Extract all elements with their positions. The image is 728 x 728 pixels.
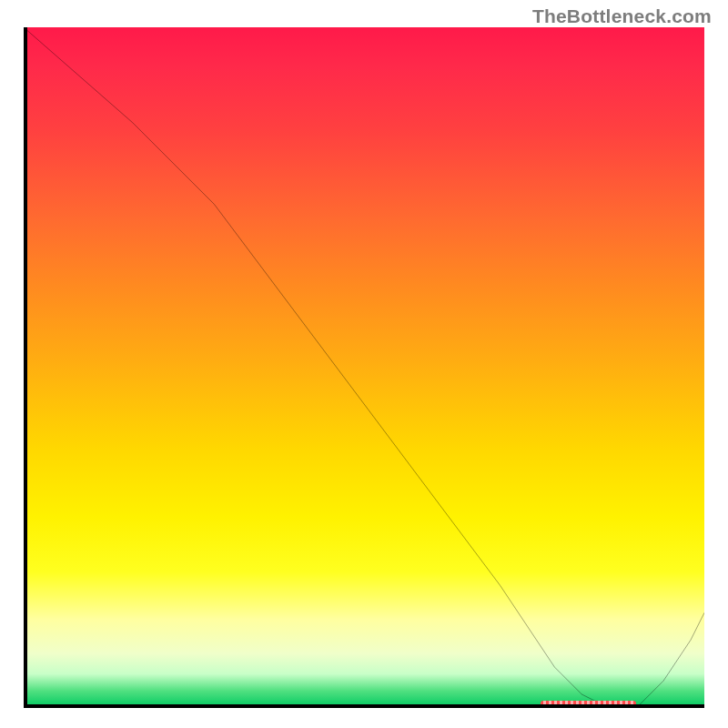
watermark-text: TheBottleneck.com <box>532 5 712 27</box>
highlight-band <box>541 701 636 706</box>
chart-container: TheBottleneck.com <box>0 0 728 728</box>
plot-area <box>24 27 704 708</box>
curve-line <box>24 27 704 708</box>
